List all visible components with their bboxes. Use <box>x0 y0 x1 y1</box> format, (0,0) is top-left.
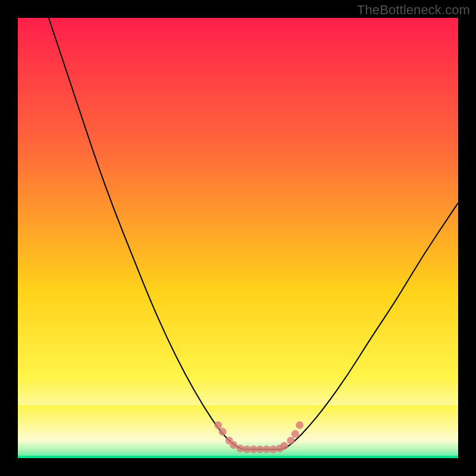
chart-frame: TheBottleneck.com <box>0 0 476 476</box>
watermark-text: TheBottleneck.com <box>357 2 470 18</box>
data-marker <box>236 444 244 452</box>
data-marker <box>280 442 288 450</box>
left-curve-path <box>49 18 243 449</box>
data-marker <box>287 437 295 444</box>
marker-group <box>214 421 303 453</box>
curve-layer <box>18 18 458 458</box>
data-marker <box>263 446 271 453</box>
data-marker <box>249 446 257 453</box>
data-marker <box>230 441 237 449</box>
data-marker <box>256 446 264 453</box>
data-marker <box>270 446 277 453</box>
right-curve-path <box>282 203 458 449</box>
data-marker <box>296 421 303 429</box>
data-marker <box>243 446 250 453</box>
data-marker <box>214 421 222 429</box>
data-marker <box>292 430 299 438</box>
data-marker <box>219 428 227 436</box>
plot-area <box>18 18 458 458</box>
